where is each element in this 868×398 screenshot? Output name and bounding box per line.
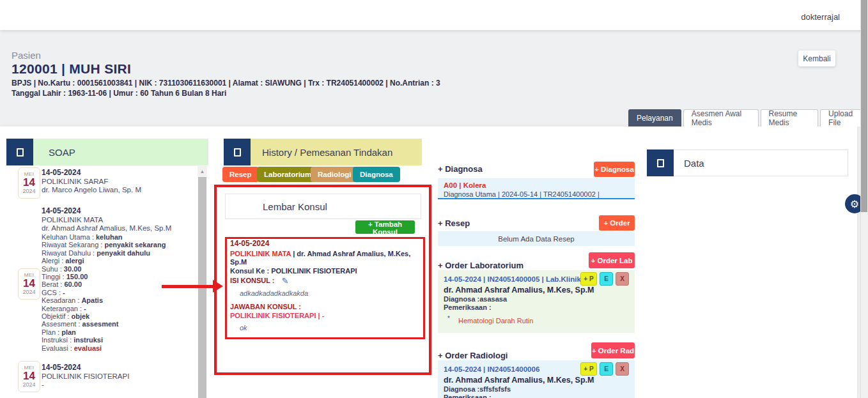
tambah-konsul-button[interactable]: + Tambah Konsul <box>355 220 415 234</box>
badge-year: 2024 <box>22 188 35 194</box>
konsul-title: Lembar Konsul <box>263 201 327 212</box>
konsul-ke: Konsul Ke : POLIKLINIK FISIOTERAPI <box>230 267 419 276</box>
soap-entry-doctor: dr. Marco Angelo Liwan, Sp. M <box>42 186 195 195</box>
soap-entry-details: Keluhan Utama : keluhanRiwayat Sekarang … <box>42 233 195 352</box>
tab-resume-medis[interactable]: Resume Medis <box>761 109 819 126</box>
rad-edit-chip[interactable]: E <box>600 362 613 376</box>
jawaban-konsul-value: ok <box>240 324 419 333</box>
soap-detail-line: Suhu : 30.00 <box>42 265 195 273</box>
data-panel-header: Data <box>674 149 848 176</box>
lab-item-bullet: * <box>447 315 450 322</box>
konsul-date: 14-05-2024 <box>230 240 419 249</box>
patient-info-line1: BPJS | No.Kartu : 0001561003841 | NIK : … <box>12 79 440 88</box>
rad-diagnosa: Diagnosa :sffsfsfsfs <box>444 385 511 393</box>
lab-order-ref[interactable]: 14-05-2024 | IN24051400005 | Lab.Klinik <box>444 275 581 283</box>
soap-detail-line: Objektif : objek <box>42 312 195 320</box>
konsul-entry: 14-05-2024 POLIKLINIK MATA | dr. Ahmad A… <box>230 240 419 338</box>
soap-title: SOAP <box>49 147 75 158</box>
diagnosa-code: A00 | Kolera <box>444 181 486 189</box>
diagnosa-button[interactable]: Diagnosa <box>353 167 400 182</box>
soap-entry: 14-05-2024 POLIKLINIK SARAF dr. Marco An… <box>42 169 195 195</box>
add-diagnosa-button[interactable]: + Diagnosa <box>594 162 635 177</box>
rad-pemeriksaan-label: Pemeriksaan : <box>444 394 492 398</box>
patient-info-line2: Tanggal Lahir : 1963-11-06 | Umur : 60 T… <box>12 89 226 98</box>
soap-entry-date: 14-05-2024 <box>42 169 195 178</box>
soap-entry-date: 14-05-2024 <box>42 364 195 372</box>
soap-panel-icon <box>6 139 33 165</box>
rad-print-chip[interactable]: + P <box>580 362 597 376</box>
soap-date-badge: MEI 14 2024 <box>18 268 40 300</box>
diagnosa-detail: Diagnosa Utama | 2024-05-14 | TR24051400… <box>444 190 600 198</box>
soap-entry: 14-05-2024 POLIKLINIK FISIOTERAPI - <box>42 364 195 390</box>
soap-scrollbar[interactable]: ▲ <box>198 166 207 398</box>
soap-detail-line: Plan : plan <box>42 328 195 336</box>
add-order-lab-button[interactable]: + Order Lab <box>589 252 635 268</box>
patient-name: 120001 | MUH SIRI <box>12 61 131 77</box>
soap-detail-line: Evaluasi : evaluasi <box>42 344 195 352</box>
rad-order-ref[interactable]: 14-05-2024 | IN24051400006 <box>444 365 539 373</box>
konsul-panel-header: Lembar Konsul <box>225 194 421 219</box>
soap-panel-header: SOAP <box>33 139 208 165</box>
soap-entry-clinic: POLIKLINIK MATA <box>42 216 195 225</box>
lab-print-chip[interactable]: + P <box>580 272 597 286</box>
soap-detail-line: Instruksi : instruksi <box>42 336 195 344</box>
resep-empty-text: Belum Ada Data Resep <box>438 235 635 243</box>
order-lab-heading: + Order Laboratorium <box>438 261 523 270</box>
history-panel-icon <box>224 139 251 165</box>
diagnosa-heading: + Diagnosa <box>438 164 483 174</box>
soap-scrollbar-thumb[interactable] <box>198 177 206 398</box>
data-title: Data <box>684 158 704 169</box>
rad-doctor: dr. Ahmad Ashraf Amalius, M.Kes, Sp.M <box>444 376 594 385</box>
konsul-clinic: POLIKLINIK MATA <box>230 250 291 257</box>
radiologi-button[interactable]: Radiologi <box>311 167 358 182</box>
badge-day: 14 <box>23 278 35 289</box>
konsul-clinic-line: POLIKLINIK MATA | dr. Ahmad Ashraf Amali… <box>230 250 419 267</box>
page-scrollbar-thumb[interactable] <box>861 0 867 212</box>
laboratorium-button[interactable]: Laboratorium <box>257 167 318 182</box>
soap-detail-line: Tinggi : 150.00 <box>42 273 195 280</box>
scroll-up-icon[interactable]: ▲ <box>198 166 207 176</box>
isi-konsul-line: ISI KONSUL : ✎ <box>230 276 419 286</box>
lab-doctor: dr. Ahmad Ashraf Amalius, M.Kes, Sp.M <box>444 286 594 295</box>
lab-diagnosa: Diagnosa :asasasa <box>444 295 507 303</box>
soap-detail-line: Keluhan Utama : keluhan <box>42 233 195 241</box>
soap-detail-line: Kesadaran : Apatis <box>42 296 195 304</box>
tab-pelayanan[interactable]: Pelayanan <box>628 109 681 126</box>
edit-icon[interactable]: ✎ <box>282 277 289 286</box>
history-panel-header: History / Pemesanan Tindakan <box>251 139 422 165</box>
add-resep-order-button[interactable]: + Order <box>599 215 635 231</box>
lab-pemeriksaan-label: Pemeriksaan : <box>444 303 492 311</box>
soap-date-badge: MEI 14 2024 <box>18 361 40 392</box>
top-navbar: dokterrajal <box>0 0 868 30</box>
logged-in-user[interactable]: dokterrajal <box>801 12 840 22</box>
resep-button[interactable]: Resep <box>222 167 259 182</box>
soap-detail-line: Berat : 60.00 <box>42 280 195 288</box>
add-order-rad-button[interactable]: + Order Rad <box>591 342 635 358</box>
lab-edit-chip[interactable]: E <box>600 272 613 286</box>
rad-delete-chip[interactable]: X <box>616 362 629 376</box>
badge-year: 2024 <box>22 289 35 295</box>
patient-section-label: Pasien <box>12 50 41 61</box>
kembali-button[interactable]: Kembali <box>798 50 835 66</box>
soap-entry-clinic: POLIKLINIK FISIOTERAPI <box>42 372 195 381</box>
badge-day: 14 <box>23 177 35 188</box>
badge-year: 2024 <box>22 382 35 388</box>
soap-detail-line: Keterangan : - <box>42 305 195 312</box>
lab-delete-chip[interactable]: X <box>616 272 629 286</box>
soap-detail-line: GCS : - <box>42 289 195 296</box>
soap-entry: 14-05-2024 POLIKLINIK MATA dr. Ahmad Ash… <box>42 207 195 352</box>
jawaban-konsul-label: JAWABAN KONSUL : <box>230 303 419 312</box>
badge-day: 14 <box>23 371 35 382</box>
page-scrollbar[interactable] <box>860 0 868 398</box>
soap-detail-line: Riwayat Sekarang : penyakit sekarang <box>42 241 195 249</box>
isi-konsul-label: ISI KONSUL : <box>230 277 274 284</box>
soap-entry-clinic: POLIKLINIK SARAF <box>42 178 195 187</box>
soap-entry-date: 14-05-2024 <box>42 207 195 216</box>
tab-asesmen-awal-medis[interactable]: Asesmen Awal Medis <box>683 109 759 126</box>
soap-detail-line: Riwayat Dahulu : penyakit dahulu <box>42 249 195 257</box>
isi-konsul-value: adkadkadadkadkakda <box>240 289 419 298</box>
resep-heading: + Resep <box>438 218 470 228</box>
page-tabs: Pelayanan Asesmen Awal Medis Resume Medi… <box>628 109 868 126</box>
soap-detail-line: Assesment : assesment <box>42 320 195 328</box>
lab-item[interactable]: Hematologi Darah Rutin <box>458 317 533 325</box>
